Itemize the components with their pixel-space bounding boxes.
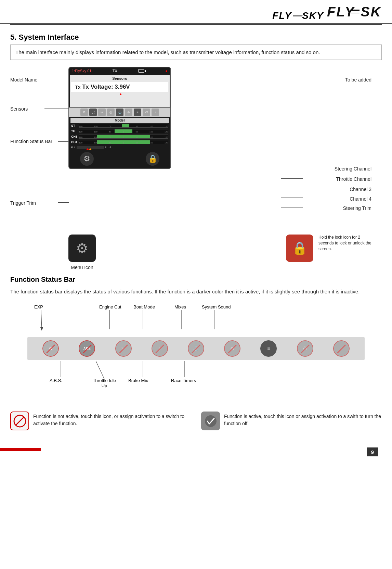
fsb-icon-exp[interactable]: ⚙ (42, 340, 59, 357)
svg-text:FLY: FLY (327, 4, 355, 19)
func-icon-2: ⛶ (89, 109, 97, 116)
fsb-icon-brake-mix[interactable]: ⊖ (224, 340, 240, 357)
fsb-bottom-connectors-svg (27, 360, 365, 401)
func-icon-9: ♪ (152, 109, 159, 116)
ch-scale-ch4: 12010050050100120 (79, 140, 168, 144)
svg-line-11 (96, 361, 104, 379)
page-header: FLY⸻SKY FLY SKY (0, 0, 392, 24)
label-steering-trim: Steering Trim (343, 205, 371, 211)
fsb-icons-row: ⚙ ABS ✂ ↑ ⚓ (27, 337, 365, 360)
svg-marker-5 (40, 327, 43, 331)
fsb-icon-throttle-idle-up[interactable]: ↑ (152, 340, 168, 357)
ch-scale-th: 12010050050100120 (79, 129, 168, 133)
logo-svg: FLY SKY (327, 3, 382, 19)
lock-button[interactable]: 🔒 (146, 152, 159, 166)
channel-row-st: ST 12010050050100120 (70, 123, 170, 128)
ch-label-ch4: CH4 (71, 140, 78, 144)
fsb-icon-boat-mode[interactable]: ⚓ (188, 340, 204, 357)
svg-line-4 (41, 310, 42, 328)
device-screen-container: 1:FlySky 01 TX ● Sensors Tx Tx Voltage: … (68, 67, 171, 169)
active-icon-svg (204, 414, 218, 428)
func-icon-8: ⏱ (143, 109, 150, 116)
label-channel4: Channel 4 (350, 196, 371, 202)
trim-bar: E L R -2 (70, 145, 170, 150)
menu-icon-box: ⚙ (68, 235, 96, 262)
system-interface-diagram: Model Name Sensors Function Status Bar T… (10, 67, 382, 265)
label-steering-channel: Steering Channel (335, 166, 371, 172)
func-icon-3: ✂ (98, 109, 106, 116)
trim-indicator (77, 146, 104, 149)
label-model-name: Model Name (10, 77, 37, 83)
model-section: Model ST 12010050050100120 TH (70, 118, 170, 168)
svg-text:SKY: SKY (361, 4, 382, 19)
func-icon-4: ◎ (107, 109, 115, 116)
fsb-bottom-label-race-timers: Race Timers (171, 378, 196, 383)
page-bottom-bar (0, 448, 41, 451)
screen-dot: ● (165, 69, 168, 73)
ch-bar-st: 12010050050100120 (79, 124, 168, 128)
device-screen: 1:FlySky 01 TX ● Sensors Tx Tx Voltage: … (68, 67, 171, 169)
ch-label-ch3: CH3 (71, 135, 78, 138)
conn-ch4 (281, 198, 303, 198)
label-channel3: Channel 3 (350, 187, 371, 192)
trim-l-label: L (74, 146, 76, 149)
trim-arrow-center (89, 148, 92, 150)
menu-icon-label: Menu Icon (68, 265, 96, 270)
voltage-display: Tx Tx Voltage: 3.96V (73, 82, 132, 91)
trim-r-label: R (105, 146, 107, 149)
lock-icon-box: 🔒 (286, 235, 313, 262)
func-icon-7: ≡ (134, 109, 141, 116)
channel-row-th: TH 12010050050100120 (70, 128, 170, 134)
battery-indicator (138, 69, 144, 73)
fsb-icon-system-sound[interactable]: ♪ (333, 340, 350, 357)
section-heading: System Interface (18, 33, 79, 41)
legend-item-inactive: Function is not active, touch this icon,… (10, 412, 191, 430)
fsb-section: Function Status Bar The function status … (10, 276, 382, 401)
fsb-icon-race-timers[interactable]: ⏱ (297, 340, 313, 357)
legend-item-active: Function is active, touch this icon or a… (201, 412, 382, 430)
channel-row-ch3: CH3 12010050050100120 (70, 134, 170, 139)
section-title: 5. System Interface (0, 26, 392, 45)
screen-topbar: 1:FlySky 01 TX ● (69, 67, 170, 74)
conn-trigger (58, 202, 69, 203)
fsb-icon-mixes[interactable]: ≡ (260, 340, 277, 357)
page-number: 9 (367, 447, 378, 456)
screen-tx-label: TX (113, 69, 117, 73)
trim-container: L R -2 (73, 146, 168, 149)
func-icon-6: ⊖ (125, 109, 132, 116)
fsb-description: The function status bar displays the sta… (10, 288, 382, 296)
conn-sensors (44, 109, 69, 109)
legend-icon-active (201, 412, 220, 430)
model-header: Model (70, 118, 169, 123)
voltage-area: Tx Tx Voltage: 3.96V (71, 82, 168, 92)
conn-to-be-added (354, 80, 371, 80)
func-icon-1: ⚙ (80, 109, 88, 116)
battery-icon (138, 69, 144, 73)
section-description: The main interface mainly displays infor… (10, 45, 382, 60)
legend-text-active: Function is active, touch this icon or a… (224, 412, 382, 427)
screen-model-name: 1:FlySky 01 (72, 69, 91, 73)
fsb-connector-lines-svg (27, 303, 365, 337)
fsb-bottom-label-throttle-idle-up: Throttle IdleUp (91, 378, 118, 388)
channel-row-ch4: CH4 12010050050100120 (70, 139, 170, 145)
func-icon-5: ⚓ (116, 109, 123, 116)
svg-line-15 (16, 417, 24, 425)
label-sensors: Sensors (10, 106, 28, 112)
sensors-header: Sensors (71, 76, 168, 80)
ch-bar-ch4: 12010050050100120 (79, 140, 168, 144)
fsb-icon-abs[interactable]: ABS (79, 340, 95, 357)
trim-value: -2 (109, 146, 111, 149)
conn-throttle-ch (281, 178, 303, 179)
label-throttle-channel: Throttle Channel (336, 176, 371, 182)
section-number: 5. (10, 33, 16, 41)
gear-button[interactable]: ⚙ (80, 152, 94, 166)
conn-steering-trim (281, 207, 303, 207)
ch-bar-ch3: 12010050050100120 (79, 135, 168, 139)
fsb-bottom-label-abs: A.B.S. (50, 378, 62, 383)
sensors-content (71, 92, 168, 105)
conn-fsb (58, 141, 69, 142)
fsb-icon-engine-cut[interactable]: ✂ (115, 340, 132, 357)
flysky-logo: FLY⸻SKY FLY SKY (272, 3, 382, 21)
conn-ch3 (281, 188, 303, 188)
label-function-status-bar: Function Status Bar (10, 139, 52, 144)
